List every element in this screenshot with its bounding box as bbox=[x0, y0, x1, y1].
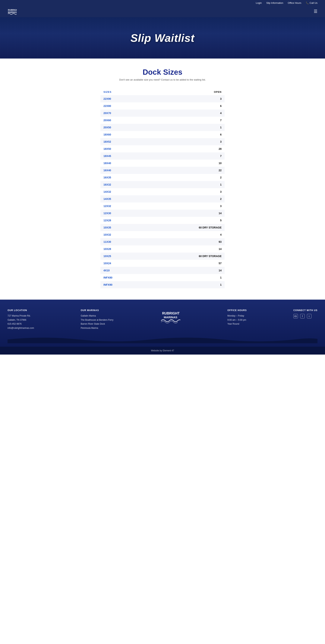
cell-open: 3 bbox=[143, 188, 225, 195]
cell-open: 7 bbox=[143, 152, 225, 160]
footer-address1: 727 Marina Private Rd. bbox=[7, 314, 34, 318]
cell-size: 16X32 bbox=[100, 181, 143, 188]
table-row: 14X323 bbox=[100, 188, 225, 195]
table-row: 20X704 bbox=[100, 110, 225, 117]
footer-office-hours1: Monday – Friday bbox=[227, 314, 247, 318]
cell-open: 14 bbox=[143, 246, 225, 252]
cell-open: 60 DRY STORAGE bbox=[143, 224, 225, 231]
table-row: 22X903 bbox=[100, 95, 225, 102]
footer-bottom: Website by Element 47 bbox=[0, 347, 325, 354]
table-row: 11X3093 bbox=[100, 238, 225, 246]
cell-size: 20X60 bbox=[100, 117, 143, 124]
table-row: 10X2560 DRY STORAGE bbox=[100, 252, 225, 260]
cell-open: 2 bbox=[143, 174, 225, 181]
footer-top: OUR LOCATION 727 Marina Private Rd. Gall… bbox=[7, 309, 318, 336]
footer-connect: CONNECT WITH US IG f t bbox=[294, 309, 318, 318]
cell-size: 18X40 bbox=[100, 160, 143, 167]
table-row: 18X5028 bbox=[100, 145, 225, 152]
cell-size: 18X60 bbox=[100, 131, 143, 138]
table-row: 10X2457 bbox=[100, 260, 225, 267]
table-row: 20X607 bbox=[100, 117, 225, 124]
cell-open: 1 bbox=[143, 181, 225, 188]
section-title: Dock Sizes bbox=[100, 68, 225, 76]
hamburger-menu[interactable]: ☰ bbox=[314, 9, 318, 14]
logo[interactable]: RUBRIGHT MARINAS bbox=[7, 8, 17, 15]
hero-title: Slip Waitlist bbox=[131, 32, 195, 44]
svg-text:RUBRIGHT: RUBRIGHT bbox=[8, 9, 17, 11]
phone-icon: 📞 bbox=[306, 2, 309, 4]
call-link[interactable]: 📞 Call Us bbox=[306, 2, 318, 4]
footer-logo-col: RUBRIGHT MARINAS bbox=[160, 309, 181, 325]
table-row: 16X4022 bbox=[100, 167, 225, 174]
marina-link-3[interactable]: Barren River State Dock bbox=[81, 322, 113, 326]
table-row: 4X1014 bbox=[100, 267, 225, 274]
cell-size: INFX90 bbox=[100, 281, 143, 288]
cell-size: 10X35 bbox=[100, 224, 143, 231]
facebook-icon[interactable]: f bbox=[300, 314, 305, 318]
table-row: INFX901 bbox=[100, 281, 225, 288]
cell-size: 18X50 bbox=[100, 145, 143, 152]
cell-size: 12X30 bbox=[100, 210, 143, 217]
dock-table: SIZES OPEN 22X90322X80620X70420X60720X50… bbox=[100, 89, 225, 288]
table-row: 16X352 bbox=[100, 174, 225, 181]
col-header-open: OPEN bbox=[143, 89, 225, 95]
footer-office-hours3: Year Round bbox=[227, 322, 247, 326]
footer: OUR LOCATION 727 Marina Private Rd. Gall… bbox=[0, 300, 325, 347]
footer-marinas-heading: OUR MARINAS bbox=[81, 309, 113, 312]
cell-open: 1 bbox=[143, 274, 225, 281]
cell-size: 4X10 bbox=[100, 267, 143, 274]
svg-text:RUBRIGHT: RUBRIGHT bbox=[162, 312, 180, 315]
login-link[interactable]: Login bbox=[256, 2, 262, 4]
cell-open: 1 bbox=[143, 124, 225, 131]
cell-size: 16X40 bbox=[100, 167, 143, 174]
cell-size: 16X35 bbox=[100, 174, 143, 181]
slip-info-link[interactable]: Slip Information bbox=[266, 2, 283, 4]
cell-open: 3 bbox=[143, 95, 225, 102]
cell-size: 10X24 bbox=[100, 260, 143, 267]
footer-location-heading: OUR LOCATION bbox=[7, 309, 34, 312]
table-row: 12X3014 bbox=[100, 210, 225, 217]
cell-open: 6 bbox=[143, 102, 225, 110]
cell-open: 10 bbox=[143, 160, 225, 167]
col-header-sizes: SIZES bbox=[100, 89, 143, 95]
table-row: 10X3560 DRY STORAGE bbox=[100, 224, 225, 231]
table-row: 16X321 bbox=[100, 181, 225, 188]
wave-divider bbox=[7, 336, 318, 343]
footer-email[interactable]: info@rubrightmarinas.com bbox=[7, 326, 34, 330]
cell-open: 4 bbox=[143, 110, 225, 117]
cell-open: 57 bbox=[143, 260, 225, 267]
cell-size: 12X28 bbox=[100, 217, 143, 224]
main-nav: RUBRIGHT MARINAS ☰ bbox=[0, 6, 325, 17]
table-header-row: SIZES OPEN bbox=[100, 89, 225, 95]
cell-size: 14X35 bbox=[100, 195, 143, 202]
footer-office-hours-heading: OFFICE HOURS bbox=[227, 309, 247, 312]
table-row: 10X324 bbox=[100, 231, 225, 238]
footer-connect-heading: CONNECT WITH US bbox=[294, 309, 318, 312]
cell-size: 20X50 bbox=[100, 124, 143, 131]
table-row: 18X457 bbox=[100, 152, 225, 160]
top-bar: Login Slip Information Office Hours 📞 Ca… bbox=[0, 0, 325, 6]
marina-link-2[interactable]: The Boathouse at Benders Ferry bbox=[81, 318, 113, 322]
footer-logo-svg: RUBRIGHT MARINAS bbox=[160, 309, 181, 324]
instagram-icon[interactable]: IG bbox=[294, 314, 298, 318]
footer-location: OUR LOCATION 727 Marina Private Rd. Gall… bbox=[7, 309, 34, 330]
hero-section: Slip Waitlist bbox=[0, 17, 325, 58]
footer-bottom-text: Website by Element 47 bbox=[151, 349, 174, 352]
cell-open: 3 bbox=[143, 202, 225, 210]
cell-open: 5 bbox=[143, 217, 225, 224]
table-row: 20X501 bbox=[100, 124, 225, 131]
cell-open: 93 bbox=[143, 238, 225, 246]
table-row: 12X285 bbox=[100, 217, 225, 224]
section-subtitle: Don't see an available size you need? Co… bbox=[100, 78, 225, 81]
cell-size: 12X32 bbox=[100, 202, 143, 210]
cell-open: 60 DRY STORAGE bbox=[143, 252, 225, 260]
office-hours-link[interactable]: Office Hours bbox=[288, 2, 301, 4]
table-row: 18X523 bbox=[100, 138, 225, 145]
marina-link-1[interactable]: Gallatin Marina bbox=[81, 314, 113, 318]
cell-open: 14 bbox=[143, 267, 225, 274]
cell-open: 1 bbox=[143, 281, 225, 288]
marina-link-4[interactable]: Peninsula Marina bbox=[81, 326, 113, 330]
cell-open: 2 bbox=[143, 195, 225, 202]
twitter-icon[interactable]: t bbox=[307, 314, 312, 318]
cell-size: 18X45 bbox=[100, 152, 143, 160]
